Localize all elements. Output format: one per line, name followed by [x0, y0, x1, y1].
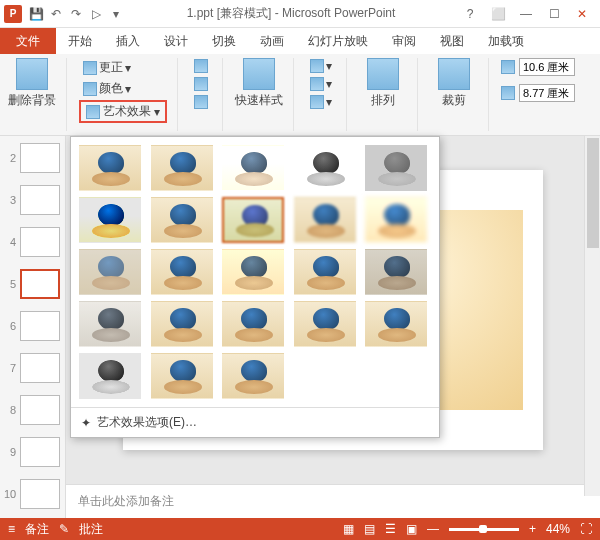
- group-crop: 裁剪: [430, 58, 489, 131]
- quick-styles-icon: [243, 58, 275, 90]
- effect-crisscross[interactable]: [222, 301, 284, 347]
- effect-mosaic-bubbles[interactable]: [294, 249, 356, 295]
- qat-redo[interactable]: ↷: [67, 5, 85, 23]
- effect-film-grain[interactable]: [222, 249, 284, 295]
- tab-animation[interactable]: 动画: [248, 28, 296, 54]
- compress-icon: [194, 59, 208, 73]
- quick-styles-button[interactable]: 快速样式: [235, 58, 283, 109]
- effect-paint-brush[interactable]: [222, 197, 284, 243]
- thumb-6[interactable]: 6: [0, 308, 65, 344]
- tab-review[interactable]: 审阅: [380, 28, 428, 54]
- effects-button[interactable]: ▾: [306, 76, 336, 92]
- close-button[interactable]: ✕: [570, 2, 594, 26]
- thumb-8[interactable]: 8: [0, 392, 65, 428]
- tab-view[interactable]: 视图: [428, 28, 476, 54]
- group-adjust: 更正▾ 颜色▾ 艺术效果▾: [79, 58, 178, 131]
- tab-addins[interactable]: 加载项: [476, 28, 536, 54]
- thumb-9[interactable]: 9: [0, 434, 65, 470]
- ribbon-display-button[interactable]: ⬜: [486, 2, 510, 26]
- artistic-effects-dropdown: ✦ 艺术效果选项(E)…: [70, 136, 440, 438]
- qat-present[interactable]: ▷: [87, 5, 105, 23]
- zoom-out[interactable]: —: [427, 522, 439, 536]
- qat-undo[interactable]: ↶: [47, 5, 65, 23]
- thumb-2[interactable]: 2: [0, 140, 65, 176]
- notes-pane[interactable]: 单击此处添加备注: [66, 484, 600, 518]
- tab-transition[interactable]: 切换: [200, 28, 248, 54]
- arrange-button[interactable]: 排列: [359, 58, 407, 109]
- effect-chalk-sketch[interactable]: [79, 197, 141, 243]
- color-button[interactable]: 颜色▾: [79, 79, 167, 98]
- effect-blur[interactable]: [365, 197, 427, 243]
- thumb-5[interactable]: 5: [0, 266, 65, 302]
- group-background: 删除背景: [8, 58, 67, 131]
- maximize-button[interactable]: ☐: [542, 2, 566, 26]
- qat-save[interactable]: 💾: [27, 5, 45, 23]
- effects-icon: [310, 77, 324, 91]
- tab-design[interactable]: 设计: [152, 28, 200, 54]
- zoom-level[interactable]: 44%: [546, 522, 570, 536]
- thumb-7[interactable]: 7: [0, 350, 65, 386]
- status-notes[interactable]: 备注: [25, 521, 49, 538]
- tab-home[interactable]: 开始: [56, 28, 104, 54]
- border-button[interactable]: ▾: [306, 58, 336, 74]
- crop-button[interactable]: 裁剪: [430, 58, 478, 109]
- corrections-button[interactable]: 更正▾: [79, 58, 167, 77]
- layout-button[interactable]: ▾: [306, 94, 336, 110]
- tab-slideshow[interactable]: 幻灯片放映: [296, 28, 380, 54]
- effect-paint-strokes[interactable]: [151, 197, 213, 243]
- crop-label: 裁剪: [442, 92, 466, 109]
- effect-glow-edges[interactable]: [222, 353, 284, 399]
- width-icon: [501, 86, 515, 100]
- effect-pencil-gray[interactable]: [222, 145, 284, 191]
- zoom-slider[interactable]: [449, 528, 519, 531]
- scrollbar-thumb[interactable]: [587, 138, 599, 248]
- view-normal[interactable]: ▦: [343, 522, 354, 536]
- slide-thumbnails[interactable]: 2 3 4 5 6 7 8 9 10: [0, 136, 66, 518]
- effect-glow-diffused[interactable]: [294, 197, 356, 243]
- border-icon: [310, 59, 324, 73]
- arrange-icon: [367, 58, 399, 90]
- effect-pastels[interactable]: [294, 301, 356, 347]
- effect-glass[interactable]: [365, 249, 427, 295]
- quick-styles-label: 快速样式: [235, 92, 283, 109]
- compress-button[interactable]: [190, 58, 212, 74]
- thumb-10[interactable]: 10: [0, 476, 65, 512]
- effect-cutout[interactable]: [79, 353, 141, 399]
- tab-insert[interactable]: 插入: [104, 28, 152, 54]
- tab-file[interactable]: 文件: [0, 28, 56, 54]
- remove-background-icon: [16, 58, 48, 90]
- minimize-button[interactable]: —: [514, 2, 538, 26]
- effect-marker[interactable]: [151, 145, 213, 191]
- view-slideshow[interactable]: ▣: [406, 522, 417, 536]
- effect-light-screen[interactable]: [79, 249, 141, 295]
- help-button[interactable]: ?: [458, 2, 482, 26]
- effect-photocopy[interactable]: [151, 353, 213, 399]
- view-sorter[interactable]: ▤: [364, 522, 375, 536]
- vertical-scrollbar[interactable]: [584, 136, 600, 496]
- fit-to-window[interactable]: ⛶: [580, 522, 592, 536]
- thumb-3[interactable]: 3: [0, 182, 65, 218]
- crop-icon: [438, 58, 470, 90]
- qat-more[interactable]: ▾: [107, 5, 125, 23]
- remove-background-button[interactable]: 删除背景: [8, 58, 56, 109]
- change-picture-button[interactable]: [190, 76, 212, 92]
- width-input[interactable]: [519, 84, 575, 102]
- thumb-4[interactable]: 4: [0, 224, 65, 260]
- effect-texturizer[interactable]: [151, 301, 213, 347]
- ribbon: 删除背景 更正▾ 颜色▾ 艺术效果▾ 快速样式 ▾ ▾ ▾ 排列 裁剪: [0, 54, 600, 136]
- artistic-effects-options[interactable]: ✦ 艺术效果选项(E)…: [71, 407, 439, 437]
- status-comments[interactable]: 批注: [79, 521, 103, 538]
- zoom-in[interactable]: +: [529, 522, 536, 536]
- group-extra: [190, 58, 223, 131]
- artistic-effects-button[interactable]: 艺术效果▾: [79, 100, 167, 123]
- remove-background-label: 删除背景: [8, 92, 56, 109]
- effect-line-drawing[interactable]: [365, 145, 427, 191]
- effect-cement[interactable]: [79, 301, 141, 347]
- effect-none[interactable]: [79, 145, 141, 191]
- effect-plastic-wrap[interactable]: [365, 301, 427, 347]
- effect-pencil-sketch[interactable]: [294, 145, 356, 191]
- reset-picture-button[interactable]: [190, 94, 212, 110]
- height-input[interactable]: [519, 58, 575, 76]
- view-reading[interactable]: ☰: [385, 522, 396, 536]
- effect-watercolor[interactable]: [151, 249, 213, 295]
